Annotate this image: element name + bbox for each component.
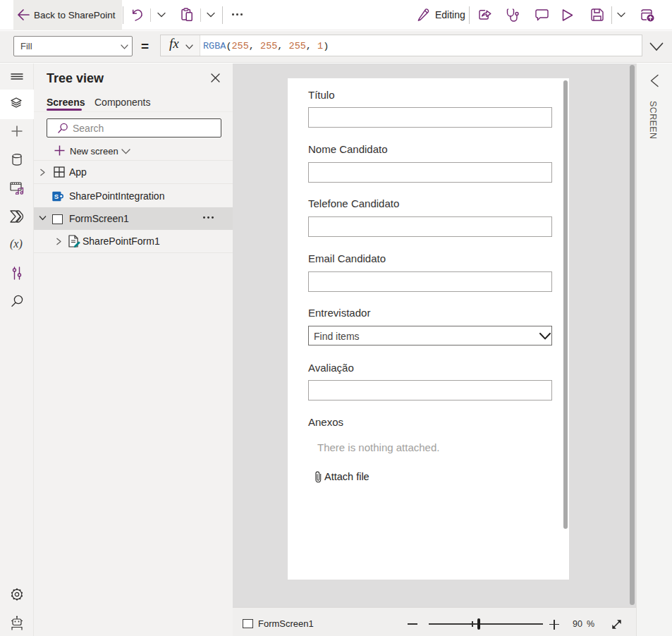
svg-text:S: S <box>54 192 59 200</box>
